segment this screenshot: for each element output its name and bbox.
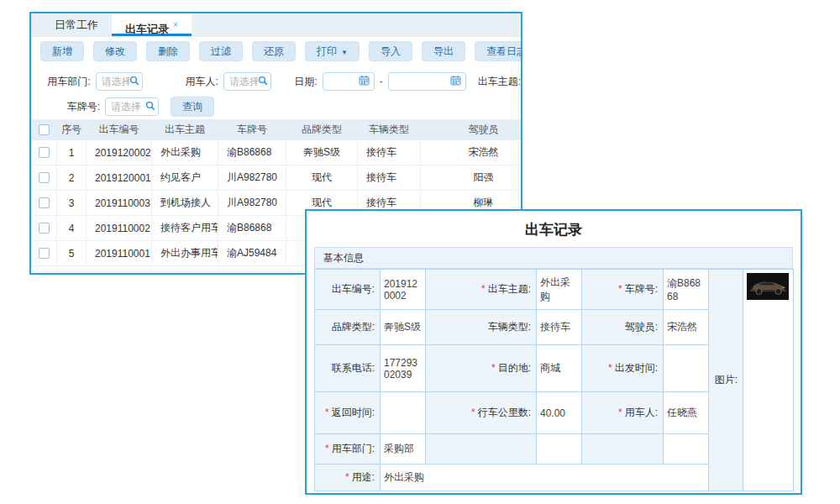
record-cell: 接待车: [358, 165, 421, 191]
record-link-cell[interactable]: 到机场接人: [152, 191, 218, 216]
required-marker: *: [481, 283, 486, 295]
row-select-cell: [32, 241, 57, 266]
record-link-cell[interactable]: 渝AJ59484: [218, 241, 286, 266]
tab-label: 出车记录: [125, 23, 169, 35]
toolbar-button-label: 新增: [52, 45, 72, 57]
field-label: 出车编号:: [332, 283, 375, 295]
record-link-cell[interactable]: 宋浩然: [421, 140, 523, 165]
field-label-cell: *返回时间:: [315, 392, 381, 434]
plate-select-input[interactable]: 请选择: [105, 97, 159, 116]
tab-bar: 日常工作出车记录×: [31, 13, 521, 37]
form-row: 出车编号:2019120002*出车主题:外出采购*车牌号:渝B86868图片:: [315, 270, 794, 310]
vehicle-photo[interactable]: [747, 291, 789, 302]
column-header: 出车编号: [87, 120, 152, 140]
image-label-cell: 图片:: [709, 270, 743, 491]
required-marker: *: [325, 443, 329, 454]
record-link-cell[interactable]: 川A982780: [218, 165, 286, 191]
date-filter-label: 日期:: [271, 75, 318, 89]
calendar-icon[interactable]: [450, 75, 461, 88]
tab-dispatch-records[interactable]: 出车记录×: [112, 13, 192, 36]
record-link-cell[interactable]: 2019120001: [87, 165, 152, 191]
toolbar-button-新增[interactable]: 新增: [40, 41, 84, 61]
field-label-cell: 联系电话:: [315, 345, 381, 392]
field-label-cell: 品牌类型:: [315, 310, 381, 345]
dept-filter-label: 用车部门:: [31, 75, 91, 89]
required-marker: *: [491, 362, 496, 374]
plate-select-placeholder: 请选择: [111, 100, 145, 114]
query-button[interactable]: 查询: [171, 97, 214, 117]
toolbar-button-查看日志[interactable]: 查看日志: [475, 41, 522, 61]
user-select-input[interactable]: 请选择: [223, 72, 271, 91]
record-link-cell[interactable]: 阳强: [421, 165, 523, 191]
required-marker: *: [325, 407, 329, 418]
date-to-input[interactable]: [388, 72, 466, 91]
toolbar-button-导出[interactable]: 导出: [422, 41, 465, 61]
field-value-cell: 40.00: [537, 392, 582, 434]
field-label: 出发时间:: [615, 362, 658, 374]
record-link-cell[interactable]: 2019120002: [87, 140, 152, 165]
row-checkbox[interactable]: [39, 147, 50, 158]
field-value-cell: [381, 392, 426, 434]
dialog-title: 出车记录: [307, 220, 801, 239]
field-value-cell: 17729302039: [381, 345, 426, 392]
field-value-cell: 外出采购: [537, 270, 582, 310]
toolbar-button-打印[interactable]: 打印▼: [305, 41, 360, 61]
record-link-cell[interactable]: 2019110003: [87, 191, 152, 216]
image-cell: [743, 270, 794, 491]
filter-row-2: 车牌号: 请选择 查询: [31, 94, 521, 119]
toolbar-button-label: 还原: [264, 45, 284, 57]
tab-close-icon[interactable]: ×: [173, 20, 178, 29]
subject-filter-label: 出车主题:: [478, 75, 521, 89]
field-value-cell: 接待车: [537, 310, 582, 345]
select-all-checkbox[interactable]: [39, 124, 50, 135]
dept-select-placeholder: 请选择: [102, 75, 130, 89]
record-cell: 2: [57, 165, 87, 191]
toolbar-button-还原[interactable]: 还原: [252, 41, 296, 61]
record-link-cell[interactable]: 2019110001: [87, 241, 152, 266]
record-cell: 现代: [286, 165, 358, 191]
field-value-cell: [537, 434, 582, 465]
toolbar-button-删除[interactable]: 删除: [146, 41, 190, 61]
record-link-cell[interactable]: 2019110002: [87, 216, 152, 241]
date-from-input[interactable]: [323, 72, 375, 91]
required-marker: *: [608, 362, 612, 374]
select-all-cell: [32, 120, 57, 140]
search-lookup-icon[interactable]: [129, 76, 139, 88]
search-lookup-icon[interactable]: [145, 101, 155, 113]
row-checkbox[interactable]: [39, 223, 50, 234]
record-link-cell[interactable]: 接待客户用车: [152, 216, 218, 241]
row-checkbox[interactable]: [39, 197, 50, 208]
field-label-cell: *出车主题:: [426, 270, 537, 310]
record-link-cell[interactable]: 约见客户: [152, 165, 218, 191]
tab-daily-work[interactable]: 日常工作: [41, 13, 112, 36]
record-cell: 3: [57, 191, 87, 216]
row-checkbox[interactable]: [39, 172, 50, 183]
dept-select-input[interactable]: 请选择: [96, 72, 144, 91]
toolbar-button-过滤[interactable]: 过滤: [199, 41, 243, 61]
toolbar-button-label: 查看日志: [486, 45, 522, 57]
field-label-cell: 车辆类型:: [426, 310, 537, 345]
field-label: 驾驶员:: [625, 321, 658, 333]
desktop: 日常工作出车记录× 新增修改删除过滤还原打印▼导入导出查看日志 用车部门: 请选…: [0, 0, 840, 504]
field-value-cell: 采购部: [381, 434, 426, 465]
user-select-placeholder: 请选择: [229, 75, 258, 89]
record-link-cell[interactable]: 渝B86868: [218, 140, 286, 165]
toolbar-button-导入[interactable]: 导入: [369, 41, 412, 61]
record-link-cell[interactable]: 渝B86868: [218, 216, 286, 241]
field-value-cell: [664, 434, 709, 465]
field-value-cell: 外出采购: [381, 465, 709, 491]
record-link-cell[interactable]: 川A982780: [218, 191, 286, 216]
field-label-cell: *行车公里数:: [426, 392, 537, 434]
field-value-cell: [664, 345, 709, 392]
toolbar-button-修改[interactable]: 修改: [93, 41, 137, 61]
dropdown-caret-icon: ▼: [341, 49, 348, 56]
search-lookup-icon[interactable]: [258, 76, 268, 88]
calendar-icon[interactable]: [359, 75, 370, 88]
field-label-cell: [582, 434, 664, 465]
row-checkbox[interactable]: [39, 248, 50, 259]
record-link-cell[interactable]: 外出办事用车: [152, 241, 218, 266]
records-table-header: 序号出车编号出车主题车牌号品牌类型车辆类型驾驶员: [32, 120, 523, 140]
record-link-cell[interactable]: 外出采购: [152, 140, 218, 165]
field-label-cell: *用车人:: [582, 392, 664, 434]
detail-form-body: 出车编号:2019120002*出车主题:外出采购*车牌号:渝B86868图片:…: [315, 270, 794, 491]
